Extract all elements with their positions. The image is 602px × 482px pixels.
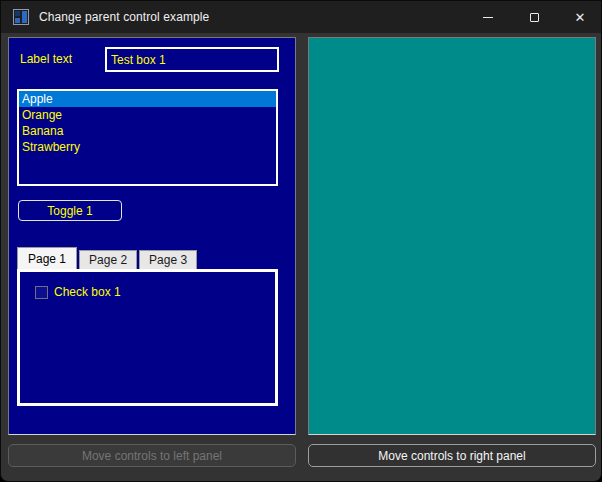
tab-page-3[interactable]: Page 3 [139, 250, 197, 269]
app-window: Change parent control example ✕ Label te… [0, 0, 602, 482]
titlebar: Change parent control example ✕ [1, 1, 602, 33]
caption-buttons: ✕ [465, 1, 602, 33]
left-panel: Label text Apple Orange Banana Strawberr… [8, 37, 296, 435]
check-box-1[interactable]: Check box 1 [35, 285, 121, 299]
list-item[interactable]: Apple [19, 91, 276, 107]
text-box-1-input[interactable] [105, 47, 279, 72]
minimize-icon [483, 17, 493, 18]
close-icon: ✕ [575, 11, 586, 24]
app-icon [13, 9, 29, 25]
checkbox-unchecked-icon[interactable] [35, 286, 48, 299]
toggle-1-button[interactable]: Toggle 1 [18, 200, 122, 221]
tab-page-1[interactable]: Page 1 [17, 247, 77, 269]
tab-page-1-content: Check box 1 [17, 269, 278, 406]
close-button[interactable]: ✕ [557, 1, 602, 33]
window-title: Change parent control example [39, 10, 209, 24]
minimize-button[interactable] [465, 1, 511, 33]
list-item[interactable]: Orange [19, 107, 276, 123]
maximize-icon [530, 13, 539, 22]
tab-strip: Page 1 Page 2 Page 3 [17, 247, 197, 269]
list-item[interactable]: Banana [19, 123, 276, 139]
fruit-listbox: Apple Orange Banana Strawberry [17, 89, 278, 186]
tab-page-2[interactable]: Page 2 [79, 250, 137, 269]
move-controls-to-left-panel-button[interactable]: Move controls to left panel [8, 444, 296, 467]
maximize-button[interactable] [511, 1, 557, 33]
checkbox-label: Check box 1 [54, 285, 121, 299]
label-text: Label text [20, 52, 72, 66]
move-controls-to-right-panel-button[interactable]: Move controls to right panel [308, 444, 596, 467]
right-panel [308, 37, 596, 435]
list-item[interactable]: Strawberry [19, 139, 276, 155]
